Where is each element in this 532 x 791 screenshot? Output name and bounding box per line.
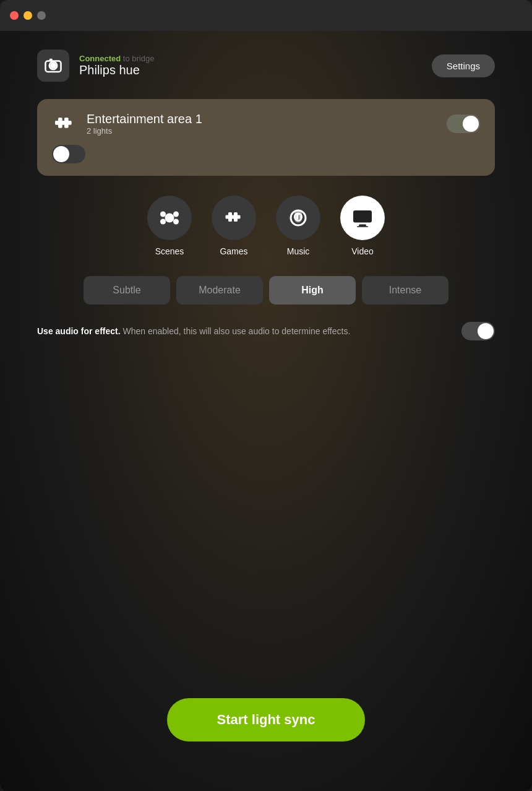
svg-point-9 — [173, 219, 179, 225]
start-sync-button[interactable]: Start light sync — [167, 698, 365, 741]
scenes-label: Scenes — [155, 246, 184, 256]
audio-description: Use audio for effect. When enabled, this… — [37, 325, 452, 338]
svg-point-5 — [165, 214, 174, 223]
intensity-subtle[interactable]: Subtle — [84, 276, 170, 305]
audio-toggle-knob — [478, 323, 494, 339]
music-icon — [287, 207, 309, 229]
titlebar — [0, 0, 532, 31]
video-label: Video — [351, 246, 374, 256]
mode-video[interactable]: Video — [340, 196, 385, 256]
svg-point-6 — [160, 212, 166, 217]
camera-icon — [44, 56, 62, 75]
small-toggle-knob — [53, 146, 69, 162]
games-label: Games — [220, 246, 247, 256]
svg-rect-15 — [357, 227, 368, 228]
entertainment-card: Entertainment area 1 2 lights — [37, 99, 495, 176]
connection-status: Connected to bridge — [79, 54, 154, 63]
svg-point-3 — [52, 64, 55, 67]
mode-scenes[interactable]: Scenes — [147, 196, 192, 256]
intensity-high[interactable]: High — [269, 276, 356, 305]
svg-rect-13 — [353, 210, 372, 223]
header-text: Connected to bridge Philips hue — [79, 54, 154, 77]
mode-games[interactable]: Games — [212, 196, 256, 256]
intensity-moderate[interactable]: Moderate — [176, 276, 263, 305]
connected-label: Connected — [79, 54, 121, 63]
entertainment-toggle[interactable] — [447, 115, 480, 133]
scenes-icon-bg — [147, 196, 192, 240]
header-left: Connected to bridge Philips hue — [37, 50, 154, 82]
app-header: Connected to bridge Philips hue Settings — [37, 50, 495, 82]
svg-point-8 — [160, 219, 166, 225]
card-subtitle: 2 lights — [87, 126, 202, 136]
svg-point-7 — [173, 212, 179, 217]
small-toggle[interactable] — [52, 145, 85, 163]
card-left: Entertainment area 1 2 lights — [52, 111, 202, 136]
video-icon-bg — [340, 196, 385, 240]
games-icon — [223, 207, 245, 229]
app-window: Connected to bridge Philips hue Settings… — [0, 0, 532, 791]
minimize-button[interactable] — [24, 11, 32, 20]
hue-logo — [37, 50, 69, 82]
main-content: Connected to bridge Philips hue Settings… — [0, 31, 532, 791]
audio-detail: When enabled, this will also use audio t… — [121, 326, 351, 336]
scenes-icon — [158, 207, 181, 229]
gamepad-icon — [52, 111, 77, 136]
music-label: Music — [287, 246, 310, 256]
audio-toggle[interactable] — [461, 322, 495, 340]
music-icon-bg — [276, 196, 320, 240]
audio-row: Use audio for effect. When enabled, this… — [37, 322, 495, 340]
card-bottom — [52, 145, 480, 163]
card-info: Entertainment area 1 2 lights — [87, 112, 202, 136]
modes-row: Scenes Games — [37, 196, 495, 256]
svg-rect-4 — [49, 59, 53, 61]
card-title: Entertainment area 1 — [87, 112, 202, 126]
games-icon-bg — [212, 196, 256, 240]
intensity-intense[interactable]: Intense — [362, 276, 448, 305]
close-button[interactable] — [10, 11, 19, 20]
maximize-button[interactable] — [37, 11, 46, 20]
video-icon — [351, 207, 374, 229]
app-title: Philips hue — [79, 63, 154, 77]
connection-suffix: to bridge — [121, 54, 154, 63]
settings-button[interactable]: Settings — [432, 54, 495, 77]
audio-bold: Use audio for effect. — [37, 326, 121, 336]
mode-music[interactable]: Music — [276, 196, 320, 256]
card-top: Entertainment area 1 2 lights — [52, 111, 480, 136]
intensity-row: Subtle Moderate High Intense — [37, 276, 495, 305]
toggle-knob — [463, 116, 479, 132]
svg-rect-14 — [359, 225, 366, 227]
